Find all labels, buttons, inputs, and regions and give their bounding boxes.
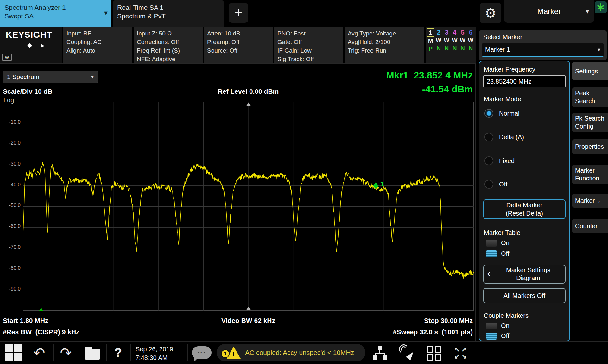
menu-title: Marker xyxy=(537,7,561,16)
annunciator-line: Align: Auto xyxy=(66,46,129,55)
marker-mode-fixed[interactable]: Fixed xyxy=(484,156,515,165)
marker-frequency-input[interactable]: 23.852400 MHz xyxy=(483,75,566,87)
windows-icon xyxy=(5,344,22,361)
grid-lines xyxy=(23,102,474,311)
caret-down-icon: ▾ xyxy=(598,46,600,53)
couple-markers-on-toggle[interactable]: On xyxy=(486,322,510,329)
date-text: Sep 26, 2019 xyxy=(136,345,173,354)
touch-icon xyxy=(400,345,415,360)
couple-markers-off-toggle[interactable]: Off xyxy=(486,332,509,340)
folder-icon xyxy=(85,349,100,360)
touch-control-button[interactable] xyxy=(400,345,415,360)
multi-window-button[interactable] xyxy=(426,346,441,361)
menu-title-dropdown[interactable]: Marker ▾ xyxy=(504,0,594,23)
tab-settings[interactable]: Settings xyxy=(572,62,608,80)
marker-mode-delta[interactable]: Delta (Δ) xyxy=(484,133,524,141)
time-text: 7:48:30 AM xyxy=(136,354,173,362)
radio-label: Delta (Δ) xyxy=(499,134,524,141)
block-diagram-button[interactable] xyxy=(372,345,388,360)
trace-selector-dropdown[interactable]: 1 Spectrum ▾ xyxy=(3,71,98,83)
trace-number: 6 xyxy=(469,28,472,36)
marker-table-on-toggle[interactable]: On xyxy=(486,239,510,247)
caret-down-icon: ▾ xyxy=(91,73,94,80)
trace-detector: N xyxy=(460,44,465,53)
trace-detector: P xyxy=(428,45,433,53)
tab-marker-to[interactable]: Marker→ xyxy=(572,194,608,208)
trace-canvas: 1 xyxy=(23,102,474,311)
y-axis-tick: -30.0 xyxy=(3,161,21,167)
toggle-label: Off xyxy=(501,250,509,257)
caret-down-icon[interactable]: ▾ xyxy=(104,9,108,17)
delta-marker-button[interactable]: Delta Marker (Reset Delta) xyxy=(483,199,566,219)
fullscreen-button[interactable]: ↖↗↙↘ xyxy=(453,346,468,361)
screenshot-button[interactable] xyxy=(84,344,101,361)
instrument-badge: W xyxy=(2,54,12,61)
annunciator-atten: Atten: 10 dB Preamp: Off Source: Off xyxy=(204,27,273,63)
tab-pk-search-config[interactable]: Pk Search Config xyxy=(572,113,608,132)
trace-type: W xyxy=(468,36,473,44)
trace-detector: N xyxy=(436,44,441,53)
spectrum-plot[interactable]: 1 xyxy=(23,102,474,311)
alert-text: AC coupled: Accy unspec'd < 10MHz xyxy=(245,349,355,356)
res-bw-label: #Res BW (CISPR) 9 kHz xyxy=(3,328,79,336)
trace-start-indicator-icon xyxy=(39,308,43,311)
system-settings-button[interactable]: ⚙ xyxy=(480,3,501,23)
trace-type: W xyxy=(460,36,466,44)
y-axis-tick: -10.0 xyxy=(3,119,21,125)
tab-swept-sa[interactable]: Spectrum Analyzer 1 Swept SA ▾ xyxy=(0,0,111,27)
button-label: Diagram xyxy=(516,274,540,281)
marker-mode-off[interactable]: Off xyxy=(484,180,507,189)
annunciator-line: Coupling: AC xyxy=(66,38,129,46)
radio-icon xyxy=(484,156,493,165)
trace-detector: N xyxy=(444,44,449,53)
toggle-box-icon xyxy=(486,250,497,257)
tab-peak-search[interactable]: Peak Search xyxy=(572,87,608,107)
tab-marker-function[interactable]: Marker Function xyxy=(572,165,608,184)
tab-label: Counter xyxy=(575,222,598,230)
tab-subtitle: Spectrum & PvT xyxy=(117,12,224,20)
tab-counter[interactable]: Counter xyxy=(572,219,608,233)
marker-table-off-toggle[interactable]: Off xyxy=(486,250,509,257)
radio-label: Fixed xyxy=(499,157,515,165)
tab-label: Peak Search xyxy=(575,89,606,105)
tab-label: Properties xyxy=(575,143,604,151)
tab-properties[interactable]: Properties xyxy=(572,139,608,154)
windows-button[interactable] xyxy=(4,344,22,361)
trace-number: 1 xyxy=(427,28,434,37)
messages-button[interactable]: ··· xyxy=(192,346,212,359)
marker-number-label: 1 xyxy=(380,180,384,188)
tab-label: Settings xyxy=(575,67,598,75)
annunciator-line: Sig Track: Off xyxy=(277,55,340,63)
redo-button[interactable]: ↷ xyxy=(57,344,75,361)
message-bubble-icon: ··· xyxy=(197,348,206,357)
all-markers-off-button[interactable]: All Markers Off xyxy=(483,288,566,303)
tab-realtime-sa[interactable]: Real-Time SA 1 Spectrum & PvT xyxy=(113,0,224,27)
selected-marker-value: Marker 1 xyxy=(485,46,510,53)
annunciator-line: Input Z: 50 Ω xyxy=(137,29,200,38)
alert-banner[interactable]: ! 1 AC coupled: Accy unspec'd < 10MHz xyxy=(217,344,365,361)
annunciator-line: Preamp: Off xyxy=(207,38,270,46)
marker-settings-diagram-button[interactable]: ‹ Marker Settings Diagram xyxy=(483,265,566,284)
radio-label: Off xyxy=(499,181,507,188)
video-bw-label: Video BW 62 kHz xyxy=(23,317,474,324)
trace-status-table: 1MP 2WN 3WN 4WN 5WN 6WN xyxy=(426,27,476,63)
annunciator-impedance: Input Z: 50 Ω Corrections: Off Freq Ref:… xyxy=(134,27,203,63)
marker-mode-normal[interactable]: Normal xyxy=(484,109,519,118)
spectrum-window: 1 Spectrum ▾ Mkr1 23.852 4 MHz -41.54 dB… xyxy=(0,63,476,341)
annunciator-line: Source: Off xyxy=(207,46,270,55)
add-tab-button[interactable]: + xyxy=(229,3,248,23)
annunciator-line: IF Gain: Low xyxy=(277,46,340,55)
select-marker-dropdown[interactable]: Marker 1 ▾ xyxy=(482,43,604,57)
undo-button[interactable]: ↶ xyxy=(30,344,48,361)
button-label: (Reset Delta) xyxy=(484,209,565,217)
sweep-label: #Sweep 32.0 s (1001 pts) xyxy=(393,328,473,336)
annunciator-line: Trig: Free Run xyxy=(348,46,421,55)
plus-icon: + xyxy=(235,5,243,21)
help-button[interactable]: ? xyxy=(110,344,126,361)
annunciator-line: Input: RF xyxy=(66,29,129,38)
marker-readout-frequency: Mkr1 23.852 4 MHz xyxy=(386,70,473,81)
undo-icon: ↶ xyxy=(34,345,45,361)
help-icon: ? xyxy=(114,346,122,360)
button-label: Delta Marker xyxy=(484,201,565,209)
annunciator-avg: Avg Type: Voltage Avg|Hold: 2/100 Trig: … xyxy=(345,27,424,63)
